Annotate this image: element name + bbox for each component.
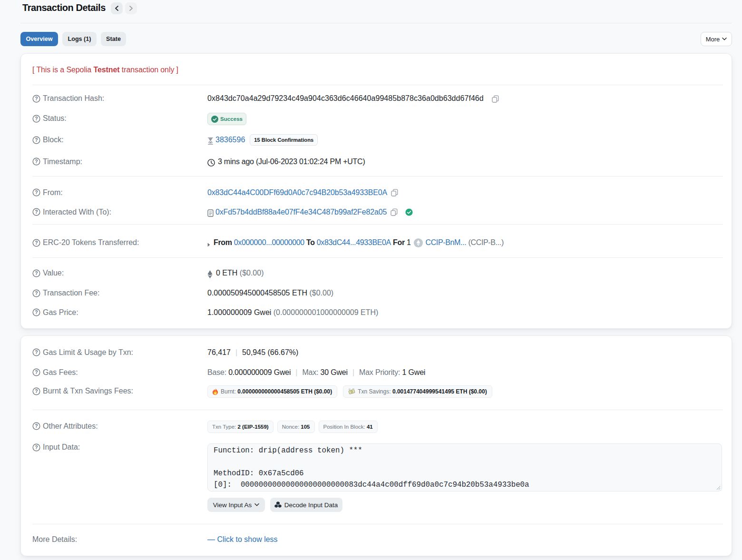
svg-text:?: ? [35, 369, 38, 375]
svg-text:?: ? [35, 240, 38, 246]
svg-text:?: ? [35, 444, 38, 450]
svg-text:?: ? [35, 290, 38, 296]
svg-text:?: ? [35, 309, 38, 315]
svg-text:?: ? [35, 423, 38, 429]
svg-text:?: ? [35, 96, 38, 101]
svg-text:?: ? [35, 116, 38, 121]
svg-text:?: ? [35, 209, 38, 215]
svg-text:?: ? [35, 349, 38, 355]
svg-text:?: ? [35, 158, 38, 164]
svg-text:?: ? [35, 270, 38, 276]
svg-text:?: ? [35, 189, 38, 195]
svg-text:?: ? [35, 388, 38, 394]
svg-text:?: ? [35, 137, 38, 143]
